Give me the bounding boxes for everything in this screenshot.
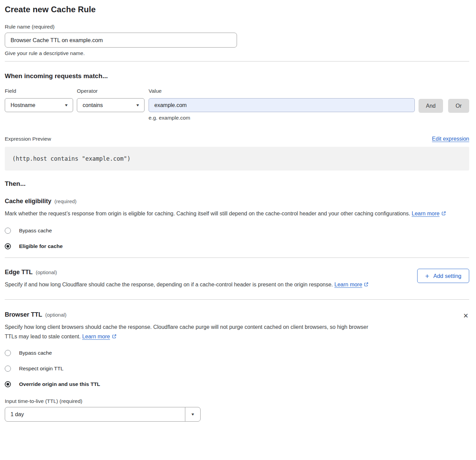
value-input[interactable]: [149, 98, 415, 112]
rule-name-helper: Give your rule a descriptive name.: [5, 50, 469, 56]
ttl-select[interactable]: 1 day ▼: [5, 407, 201, 422]
value-label: Value: [149, 88, 415, 94]
external-link-icon: [112, 332, 117, 342]
cache-eligibility-title: Cache eligibility: [5, 198, 51, 205]
field-label: Field: [5, 88, 73, 94]
browser-ttl-description: Specify how long client browsers should …: [5, 322, 375, 342]
browser-ttl-title: Browser TTL: [5, 311, 42, 318]
radio-button-icon[interactable]: [5, 381, 11, 387]
plus-icon: +: [425, 272, 429, 280]
section-divider: [5, 258, 469, 258]
chevron-down-icon[interactable]: ▼: [185, 407, 200, 421]
cache-eligibility-description: Mark whether the request’s response from…: [5, 209, 469, 219]
radio-label: Bypass cache: [19, 350, 52, 356]
field-select-value: Hostname: [11, 102, 35, 108]
radio-browser-bypass-cache[interactable]: Bypass cache: [5, 350, 469, 356]
radio-label: Bypass cache: [19, 228, 52, 234]
value-column: Value e.g. example.com: [149, 88, 415, 121]
field-column: Field Hostname ▼: [5, 88, 73, 112]
cache-eligibility-heading: Cache eligibility (required): [5, 198, 469, 205]
create-cache-rule-form: Create new Cache Rule Rule name (require…: [0, 0, 476, 428]
radio-eligible-for-cache[interactable]: Eligible for cache: [5, 243, 469, 249]
radio-label: Eligible for cache: [19, 243, 63, 249]
radio-button-icon[interactable]: [5, 350, 11, 356]
radio-label: Override origin and use this TTL: [19, 381, 100, 387]
section-divider: [5, 299, 469, 300]
chevron-down-icon: ▼: [64, 103, 69, 107]
expression-preview-row: Expression Preview Edit expression: [5, 136, 469, 142]
then-heading: Then...: [5, 180, 469, 188]
edge-ttl-description: Specify if and how long Cloudflare shoul…: [5, 280, 379, 290]
match-condition-row: Field Hostname ▼ Operator contains ▼ Val…: [5, 88, 469, 121]
match-heading: When incoming requests match...: [5, 72, 469, 80]
browser-ttl-text: Browser TTL (optional) Specify how long …: [5, 311, 462, 342]
edge-ttl-learn-more-link[interactable]: Learn more: [335, 282, 362, 287]
close-icon[interactable]: ✕: [462, 312, 469, 320]
operator-column: Operator contains ▼: [77, 88, 144, 112]
page-title: Create new Cache Rule: [5, 5, 469, 14]
rule-name-input[interactable]: [5, 33, 237, 48]
edge-ttl-text: Edge TTL (optional) Specify if and how l…: [5, 269, 417, 290]
add-setting-button[interactable]: + Add setting: [417, 269, 469, 283]
radio-button-icon[interactable]: [5, 366, 11, 372]
expression-code-block: (http.host contains "example.com"): [5, 147, 469, 171]
edge-ttl-qualifier: (optional): [36, 269, 57, 275]
radio-button-icon[interactable]: [5, 228, 11, 234]
browser-ttl-section: Browser TTL (optional) Specify how long …: [5, 311, 469, 342]
edit-expression-link[interactable]: Edit expression: [432, 136, 469, 142]
rule-name-label: Rule name (required): [5, 24, 469, 30]
cache-eligibility-description-text: Mark whether the request’s response from…: [5, 211, 410, 216]
edge-ttl-title: Edge TTL: [5, 269, 33, 276]
chevron-down-icon: ▼: [136, 103, 140, 107]
radio-bypass-cache[interactable]: Bypass cache: [5, 228, 469, 234]
field-select[interactable]: Hostname ▼: [5, 98, 73, 112]
edge-ttl-description-text: Specify if and how long Cloudflare shoul…: [5, 282, 333, 287]
operator-label: Operator: [77, 88, 144, 94]
ttl-select-value: 1 day: [5, 407, 185, 421]
radio-button-icon[interactable]: [5, 243, 11, 249]
browser-ttl-heading: Browser TTL (optional): [5, 311, 462, 318]
browser-ttl-learn-more-link[interactable]: Learn more: [82, 334, 110, 339]
operator-select-value: contains: [83, 102, 103, 108]
cache-eligibility-qualifier: (required): [54, 198, 76, 204]
and-button[interactable]: And: [419, 99, 443, 113]
operator-select[interactable]: contains ▼: [77, 98, 144, 112]
add-setting-label: Add setting: [433, 273, 461, 279]
or-button[interactable]: Or: [448, 99, 469, 113]
expression-preview-label: Expression Preview: [5, 136, 51, 142]
section-divider: [5, 61, 469, 61]
edge-ttl-section: Edge TTL (optional) Specify if and how l…: [5, 269, 469, 290]
radio-label: Respect origin TTL: [19, 366, 64, 372]
expression-code: (http.host contains "example.com"): [12, 155, 131, 162]
value-helper: e.g. example.com: [149, 115, 415, 121]
cache-eligibility-learn-more-link[interactable]: Learn more: [412, 211, 440, 216]
external-link-icon: [441, 209, 446, 219]
ttl-input-label: Input time-to-live (TTL) (required): [5, 398, 469, 404]
edge-ttl-heading: Edge TTL (optional): [5, 269, 417, 276]
radio-respect-origin-ttl[interactable]: Respect origin TTL: [5, 366, 469, 372]
external-link-icon: [364, 280, 369, 290]
browser-ttl-qualifier: (optional): [45, 312, 67, 318]
dropdown-caret-glyph: ▼: [191, 412, 195, 416]
browser-ttl-description-text: Specify how long client browsers should …: [5, 324, 368, 339]
radio-override-origin-ttl[interactable]: Override origin and use this TTL: [5, 381, 469, 387]
